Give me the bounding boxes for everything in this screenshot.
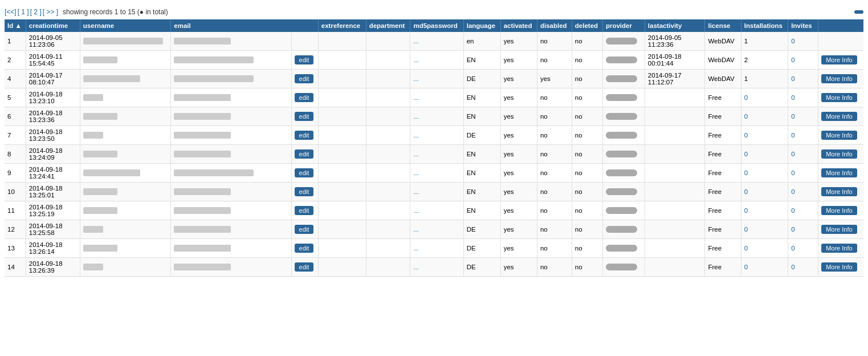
cell-edit[interactable]: edit bbox=[291, 145, 318, 164]
md5-link[interactable]: ... bbox=[413, 132, 419, 139]
edit-button[interactable]: edit bbox=[295, 206, 314, 215]
cell-edit[interactable]: edit bbox=[291, 164, 318, 183]
more-info-button[interactable]: More Info bbox=[821, 262, 857, 272]
cell-moreinfo[interactable]: More Info bbox=[818, 164, 863, 183]
col-header-installations[interactable]: Installations bbox=[741, 19, 788, 32]
more-info-button[interactable]: More Info bbox=[821, 187, 857, 196]
cell-moreinfo[interactable]: More Info bbox=[818, 201, 863, 220]
cell-moreinfo[interactable]: More Info bbox=[818, 239, 863, 258]
cell-edit[interactable]: edit bbox=[291, 70, 318, 88]
cell-edit[interactable]: edit bbox=[291, 88, 318, 107]
cell-id: 5 bbox=[5, 88, 26, 107]
md5-link[interactable]: ... bbox=[413, 113, 419, 120]
md5-link[interactable]: ... bbox=[413, 207, 419, 214]
edit-button[interactable]: edit bbox=[295, 262, 314, 272]
table-row: 7 2014-09-1813:23:50 edit ... DE yes no … bbox=[5, 126, 863, 145]
edit-button[interactable]: edit bbox=[295, 131, 314, 140]
cell-moreinfo[interactable]: More Info bbox=[818, 107, 863, 126]
cell-moreinfo[interactable]: More Info bbox=[818, 70, 863, 88]
md5-link[interactable]: ... bbox=[413, 94, 419, 101]
col-header-lastactivity[interactable]: lastactivity bbox=[645, 19, 705, 32]
cell-md5password: ... bbox=[410, 70, 463, 88]
more-info-button[interactable]: More Info bbox=[821, 225, 857, 234]
cell-email bbox=[171, 201, 291, 220]
pagination-page1[interactable]: [ 1 ] bbox=[18, 8, 29, 16]
cell-moreinfo[interactable] bbox=[818, 32, 863, 51]
cell-extreference bbox=[318, 32, 366, 51]
cell-edit[interactable]: edit bbox=[291, 107, 318, 126]
col-header-license[interactable]: license bbox=[705, 19, 741, 32]
cell-edit[interactable]: edit bbox=[291, 258, 318, 277]
more-info-button[interactable]: More Info bbox=[821, 55, 857, 64]
cell-edit[interactable]: edit bbox=[291, 220, 318, 239]
col-header-creationtime[interactable]: creationtime bbox=[26, 19, 80, 32]
md5-link[interactable]: ... bbox=[413, 56, 419, 63]
cell-moreinfo[interactable]: More Info bbox=[818, 51, 863, 70]
more-info-button[interactable]: More Info bbox=[821, 168, 857, 177]
edit-button[interactable]: edit bbox=[295, 244, 314, 253]
table-row: 6 2014-09-1813:23:36 edit ... EN yes no … bbox=[5, 107, 863, 126]
cell-edit[interactable]: edit bbox=[291, 201, 318, 220]
more-info-button[interactable]: More Info bbox=[821, 112, 857, 121]
md5-link[interactable]: ... bbox=[413, 188, 419, 195]
cell-moreinfo[interactable]: More Info bbox=[818, 126, 863, 145]
col-header-username[interactable]: username bbox=[80, 19, 170, 32]
cell-moreinfo[interactable]: More Info bbox=[818, 220, 863, 239]
md5-link[interactable]: ... bbox=[413, 75, 419, 82]
col-header-id[interactable]: Id ▲ bbox=[5, 19, 26, 32]
more-info-button[interactable]: More Info bbox=[821, 131, 857, 140]
cell-moreinfo[interactable]: More Info bbox=[818, 88, 863, 107]
edit-button[interactable]: edit bbox=[295, 168, 314, 177]
cell-moreinfo[interactable]: More Info bbox=[818, 145, 863, 164]
cell-disabled: no bbox=[537, 51, 572, 70]
edit-button[interactable]: edit bbox=[295, 93, 314, 102]
cell-language: DE bbox=[463, 258, 500, 277]
pagination-first[interactable]: [<<] bbox=[5, 8, 17, 16]
more-info-button[interactable]: More Info bbox=[821, 244, 857, 253]
cell-lastactivity bbox=[645, 164, 705, 183]
col-header-disabled[interactable]: disabled bbox=[537, 19, 572, 32]
more-info-button[interactable]: More Info bbox=[821, 93, 857, 102]
edit-button[interactable]: edit bbox=[295, 225, 314, 234]
md5-link[interactable]: ... bbox=[413, 169, 419, 176]
more-info-button[interactable]: More Info bbox=[821, 206, 857, 215]
cell-moreinfo[interactable]: More Info bbox=[818, 183, 863, 201]
cell-edit[interactable]: edit bbox=[291, 51, 318, 70]
col-header-md5password[interactable]: md5password bbox=[410, 19, 463, 32]
pagination-page2[interactable]: [ 2 ] bbox=[30, 8, 42, 16]
more-info-button[interactable]: More Info bbox=[821, 149, 857, 159]
cell-language: DE bbox=[463, 126, 500, 145]
cell-edit[interactable]: edit bbox=[291, 239, 318, 258]
cell-edit[interactable]: edit bbox=[291, 126, 318, 145]
col-header-invites[interactable]: Invites bbox=[788, 19, 818, 32]
md5-link[interactable]: ... bbox=[413, 264, 419, 270]
edit-button[interactable]: edit bbox=[295, 74, 314, 83]
col-header-email[interactable]: email bbox=[171, 19, 319, 32]
cell-moreinfo[interactable]: More Info bbox=[818, 258, 863, 277]
md5-link[interactable]: ... bbox=[413, 226, 419, 233]
cell-license: Free bbox=[705, 258, 741, 277]
edit-button[interactable]: edit bbox=[295, 187, 314, 196]
edit-button[interactable]: edit bbox=[295, 112, 314, 121]
md5-link[interactable]: ... bbox=[413, 151, 419, 157]
cell-edit[interactable] bbox=[291, 32, 318, 51]
cell-email bbox=[171, 126, 291, 145]
col-header-language[interactable]: language bbox=[463, 19, 500, 32]
col-header-deleted[interactable]: deleted bbox=[572, 19, 602, 32]
edit-button[interactable]: edit bbox=[295, 149, 314, 159]
edit-button[interactable]: edit bbox=[295, 55, 314, 64]
cell-edit[interactable]: edit bbox=[291, 183, 318, 201]
md5-link[interactable]: ... bbox=[413, 245, 419, 252]
col-header-activated[interactable]: activated bbox=[500, 19, 537, 32]
configure-columns-button[interactable] bbox=[854, 10, 863, 14]
col-header-department[interactable]: department bbox=[366, 19, 410, 32]
pagination-last[interactable]: [ >> ] bbox=[43, 8, 58, 16]
pagination-info: showing records 1 to 15 (● in total) bbox=[63, 8, 168, 16]
cell-disabled: no bbox=[537, 164, 572, 183]
col-header-provider[interactable]: provider bbox=[602, 19, 645, 32]
md5-link[interactable]: ... bbox=[413, 38, 419, 44]
cell-installations: 0 bbox=[741, 164, 788, 183]
more-info-button[interactable]: More Info bbox=[821, 74, 857, 83]
col-header-extreference[interactable]: extreference bbox=[318, 19, 366, 32]
cell-activated: yes bbox=[500, 201, 537, 220]
